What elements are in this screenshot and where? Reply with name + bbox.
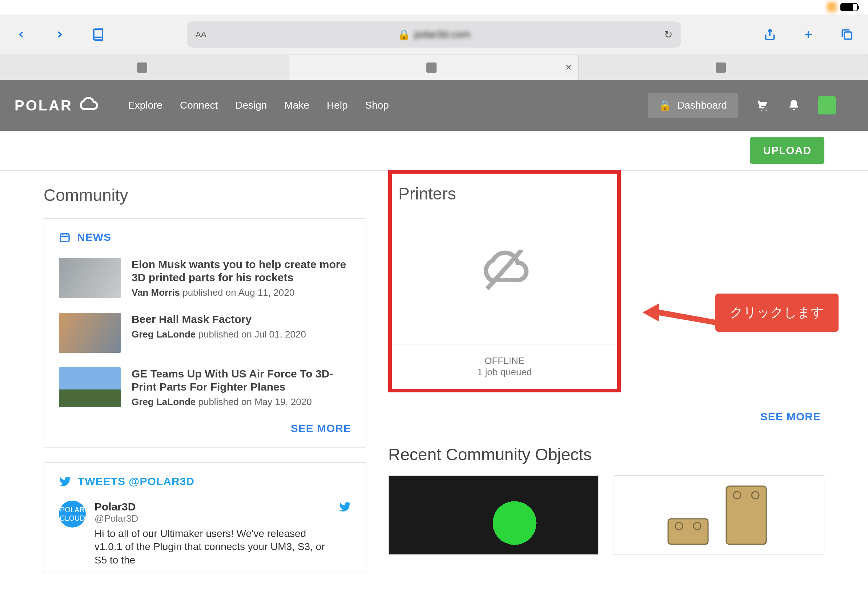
calendar-icon: [59, 232, 71, 243]
new-tab-button[interactable]: [798, 24, 818, 45]
nav-explore[interactable]: Explore: [128, 99, 163, 111]
tweet-text: Hi to all of our Ultimaker users! We've …: [95, 527, 330, 567]
news-author: Greg LaLonde: [132, 329, 195, 340]
tweet-item[interactable]: POLARCLOUD Polar3D @Polar3D Hi to all of…: [44, 495, 366, 573]
news-see-more[interactable]: SEE MORE: [44, 415, 366, 447]
main-content: Community NEWS Elon Musk wants you to he…: [0, 171, 868, 588]
printers-title: Printers: [398, 184, 456, 204]
dashboard-button[interactable]: 🔒 Dashboard: [648, 93, 738, 118]
cart-icon[interactable]: [755, 98, 770, 113]
svg-point-15: [752, 492, 759, 499]
tabs-button[interactable]: [837, 24, 857, 45]
news-published: published on Aug 11, 2020: [183, 287, 294, 298]
news-title: Beer Hall Mask Factory: [132, 313, 306, 326]
news-header: NEWS: [44, 219, 366, 251]
tweet-handle: @Polar3D: [95, 513, 138, 524]
browser-tabstrip: ✕: [0, 54, 868, 80]
news-thumb: [59, 258, 121, 298]
svg-line-8: [487, 250, 522, 289]
forward-button[interactable]: [50, 24, 70, 45]
arrow-icon: [643, 291, 715, 334]
news-title: Elon Musk wants you to help create more …: [132, 258, 351, 284]
news-thumb: [59, 367, 121, 407]
annotation: クリックします: [643, 291, 839, 334]
battery-icon: [840, 3, 858, 11]
nav-shop[interactable]: Shop: [365, 99, 389, 111]
svg-point-12: [675, 523, 683, 530]
url-host: polar3d.com: [414, 29, 470, 40]
nav-make[interactable]: Make: [284, 99, 309, 111]
news-title: GE Teams Up With US Air Force To 3D-Prin…: [132, 367, 351, 393]
printers-see-more[interactable]: SEE MORE: [388, 411, 825, 423]
nav-links: Explore Connect Design Make Help Shop: [128, 99, 389, 111]
sub-header: UPLOAD: [0, 131, 868, 171]
object-thumb[interactable]: [614, 475, 825, 555]
ipad-status-bar: 📶: [0, 0, 868, 14]
tweets-card: TWEETS @POLAR3D POLARCLOUD Polar3D @Pola…: [43, 462, 366, 573]
bell-icon[interactable]: [787, 99, 800, 112]
dashboard-label: Dashboard: [677, 99, 727, 111]
browser-tab[interactable]: [0, 55, 289, 80]
tweet-avatar: POLARCLOUD: [59, 501, 86, 527]
news-author: Greg LaLonde: [132, 396, 195, 407]
recent-objects-title: Recent Community Objects: [388, 445, 825, 464]
recent-objects-row: [388, 475, 825, 555]
news-published: published on May 19, 2020: [198, 396, 312, 407]
browser-tab[interactable]: [579, 55, 868, 80]
object-thumb[interactable]: [388, 475, 599, 555]
lock-icon: 🔒: [398, 29, 411, 41]
share-button[interactable]: [760, 24, 780, 45]
news-item[interactable]: Elon Musk wants you to help create more …: [44, 251, 366, 306]
news-published: published on Jul 01, 2020: [198, 329, 306, 340]
upload-button[interactable]: UPLOAD: [750, 137, 825, 164]
news-item[interactable]: GE Teams Up With US Air Force To 3D-Prin…: [44, 360, 366, 415]
twitter-icon: [59, 475, 71, 488]
favicon-icon: [137, 62, 147, 73]
reader-icon: AA: [195, 30, 206, 39]
news-author: Van Morris: [132, 287, 180, 298]
tweet-name: Polar3D: [95, 501, 138, 513]
nav-design[interactable]: Design: [235, 99, 267, 111]
svg-rect-4: [60, 234, 69, 241]
brand-logo[interactable]: POLAR: [14, 97, 99, 114]
news-item[interactable]: Beer Hall Mask Factory Greg LaLonde publ…: [44, 306, 366, 360]
news-card: NEWS Elon Musk wants you to help create …: [43, 218, 366, 448]
printer-jobs: 1 job queued: [392, 366, 617, 378]
printer-preview: [392, 199, 617, 345]
svg-rect-11: [726, 486, 766, 544]
avatar[interactable]: [818, 96, 836, 114]
cloud-offline-icon: [477, 250, 532, 293]
svg-rect-3: [845, 32, 852, 39]
url-bar[interactable]: AA 🔒 polar3d.com ↻: [187, 22, 681, 48]
svg-marker-9: [643, 303, 715, 325]
reload-icon[interactable]: ↻: [664, 29, 673, 41]
tweets-header-label: TWEETS @POLAR3D: [78, 475, 194, 488]
twitter-bird-icon: [339, 501, 351, 567]
lock-icon: 🔒: [659, 99, 671, 111]
annotation-bubble: クリックします: [715, 294, 839, 332]
favicon-icon: [716, 62, 726, 73]
browser-toolbar: AA 🔒 polar3d.com ↻: [0, 14, 868, 54]
close-tab-icon[interactable]: ✕: [565, 63, 572, 72]
browser-tab[interactable]: ✕: [289, 55, 579, 80]
tweets-header: TWEETS @POLAR3D: [44, 463, 366, 495]
nav-help[interactable]: Help: [327, 99, 348, 111]
news-header-label: NEWS: [77, 231, 111, 243]
favicon-icon: [426, 62, 437, 73]
news-thumb: [59, 313, 121, 353]
back-button[interactable]: [11, 24, 31, 45]
printer-status: OFFLINE: [392, 355, 617, 366]
svg-rect-10: [668, 519, 708, 544]
svg-point-14: [733, 492, 741, 499]
community-title: Community: [43, 185, 366, 205]
wifi-icon: 📶: [827, 3, 837, 12]
bookmarks-button[interactable]: [88, 24, 108, 45]
nav-connect[interactable]: Connect: [180, 99, 218, 111]
svg-point-13: [693, 523, 701, 530]
brand-text: POLAR: [14, 97, 73, 114]
app-header: POLAR Explore Connect Design Make Help S…: [0, 80, 868, 131]
